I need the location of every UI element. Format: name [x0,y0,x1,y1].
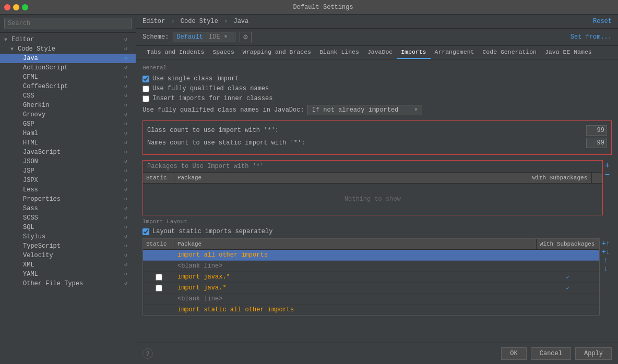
sidebar-item-groovy[interactable]: Groovy ↺ [0,110,136,119]
sync-icon-gherkin: ↺ [124,102,132,109]
tab-arrangement[interactable]: Arrangement [431,46,479,59]
search-input[interactable] [4,18,132,29]
sidebar-item-jspx[interactable]: JSPX ↺ [0,176,136,185]
sync-icon-other: ↺ [124,280,132,287]
import-row-3[interactable]: import java.* ✓ [143,283,599,294]
layout-static-checkbox[interactable] [142,228,149,235]
import-row-5-subpkg [537,305,599,315]
apply-button[interactable]: Apply [575,347,612,360]
sidebar-item-css[interactable]: CSS ↺ [0,91,136,101]
set-from-link[interactable]: Set from... [571,33,612,41]
sidebar-item-yaml[interactable]: YAML ↺ [0,270,136,279]
checkbox-inner-classes-input[interactable] [142,95,149,102]
minimize-button[interactable] [13,4,19,10]
sidebar-item-properties[interactable]: Properties ↺ [0,195,136,204]
tab-tabs-and-indents[interactable]: Tabs and Indents [142,46,208,59]
sidebar-item-velocity[interactable]: Velocity ↺ [0,251,136,260]
import-table: Static Package With Subpackages import a… [142,238,600,316]
import-move-up-button[interactable]: ↑ [601,256,611,263]
sidebar-item-gsp[interactable]: GSP ↺ [0,119,136,129]
close-button[interactable] [4,4,10,10]
sidebar-item-haml[interactable]: Haml ↺ [0,129,136,138]
import-row-2-package: import javax.* [174,272,537,282]
gear-button[interactable]: ⚙ [240,32,252,42]
qualified-value: If not already imported [312,106,399,114]
qualified-row: Use fully qualified class names in JavaD… [142,105,612,115]
ok-button[interactable]: OK [501,347,526,360]
sidebar-item-actionscript[interactable]: ActionScript ↺ [0,63,136,72]
scheme-label: Scheme: [142,33,169,41]
help-button[interactable]: ? [142,348,153,359]
import-row-2-package-text: import javax.* [177,273,230,281]
scheme-type: IDE [205,33,220,41]
sidebar-item-typescript[interactable]: TypeScript ↺ [0,241,136,251]
sidebar-item-stylus[interactable]: Stylus ↺ [0,232,136,241]
packages-section: Packages to Use Import with '*' Static P… [142,160,612,215]
breadcrumb-java: Java [233,18,248,25]
import-row-0-subpkg [537,250,599,260]
tab-javadoc[interactable]: JavaDoc [363,46,397,59]
import-row-1[interactable]: <blank line> [143,261,599,272]
tab-wrapping[interactable]: Wrapping and Braces [239,46,315,59]
sidebar-item-other-file-types[interactable]: Other File Types ↺ [0,279,136,288]
import-move-down-button[interactable]: ↓ [601,264,611,272]
sidebar-item-json[interactable]: JSON ↺ [0,157,136,166]
packages-table: Packages to Use Import with '*' Static P… [142,160,603,215]
import-layout-section: Import Layout Layout static imports sepa… [142,219,612,316]
tab-blank-lines[interactable]: Blank Lines [315,46,363,59]
packages-th-actions [592,173,602,183]
sync-icon-less: ↺ [124,186,132,193]
sync-icon-yaml: ↺ [124,271,132,278]
sidebar-item-sql[interactable]: SQL ↺ [0,223,136,232]
sync-icon-html: ↺ [124,139,132,147]
check-icon-3: ✓ [566,285,570,292]
scheme-select[interactable]: Default IDE ▼ [173,32,235,42]
breadcrumb-code-style: Code Style [181,18,218,25]
maximize-button[interactable] [22,4,28,10]
import-row-4[interactable]: <blank line> [143,294,599,305]
sidebar-item-gherkin[interactable]: Gherkin ↺ [0,101,136,110]
checkbox-single-class-input[interactable] [142,76,149,82]
import-row-5-package: import static all other imports [174,305,537,315]
import-row-2[interactable]: import javax.* ✓ [143,272,599,283]
sidebar-item-cfml[interactable]: CFML ↺ [0,72,136,82]
sidebar-item-editor[interactable]: ▼ Editor ↺ [0,35,136,44]
sidebar-item-scss[interactable]: SCSS ↺ [0,213,136,223]
sidebar-item-java[interactable]: Java ↺ [0,54,136,63]
import-row-0[interactable]: import all other imports [143,250,599,261]
sidebar-item-coffeescript[interactable]: CoffeeScript ↺ [0,82,136,91]
sync-icon-coffee: ↺ [124,83,132,90]
sidebar-item-code-style[interactable]: ▼ Code Style ↺ [0,44,136,54]
tab-java-ee[interactable]: Java EE Names [541,46,596,59]
cancel-button[interactable]: Cancel [531,347,571,360]
tab-code-generation[interactable]: Code Generation [478,46,541,59]
tab-imports[interactable]: Imports [397,46,430,59]
import-add-below-button[interactable]: +↓ [601,248,611,255]
packages-remove-button[interactable]: − [604,171,611,179]
import-add-above-button[interactable]: +↑ [601,239,611,247]
sync-icon-scss: ↺ [124,214,132,222]
checkbox-qualified-names: Use fully qualified class names [142,85,612,92]
import-row-5[interactable]: import static all other imports [143,305,599,315]
sync-icon-cfml: ↺ [124,74,132,81]
import-row-2-static-cb[interactable] [156,274,162,281]
tab-spaces[interactable]: Spaces [208,46,238,59]
sync-icon-jsp: ↺ [124,167,132,175]
sidebar-item-xml[interactable]: XML ↺ [0,260,136,270]
names-count-input[interactable] [586,138,607,148]
breadcrumb-sep1: › [171,18,174,25]
sidebar-item-javascript[interactable]: JavaScript ↺ [0,148,136,157]
sidebar-item-html[interactable]: HTML ↺ [0,138,136,148]
class-count-input[interactable] [586,125,607,136]
qualified-select[interactable]: If not already imported ▼ [307,105,422,115]
reset-link[interactable]: Reset [593,18,612,25]
import-row-3-static-cb[interactable] [156,285,162,292]
packages-add-button[interactable]: + [604,161,611,169]
checkbox-qualified-names-input[interactable] [142,86,149,92]
checkbox-single-class: Use single class import [142,75,612,82]
import-th-subpackages: With Subpackages [537,239,599,249]
sidebar-item-sass[interactable]: Sass ↺ [0,204,136,213]
sidebar-item-jsp[interactable]: JSP ↺ [0,166,136,176]
sidebar-item-less[interactable]: Less ↺ [0,185,136,195]
import-layout-table-area: Static Package With Subpackages import a… [142,238,612,316]
